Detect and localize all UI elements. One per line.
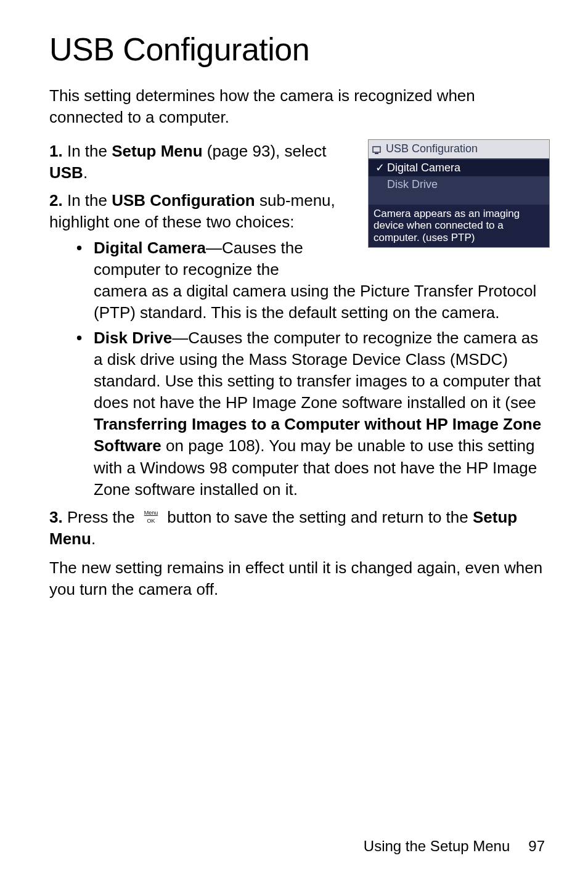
- step-text: Press the: [67, 508, 139, 526]
- choice-name: Digital Camera: [94, 239, 206, 257]
- intro-text: This setting determines how the camera i…: [49, 85, 545, 128]
- step-2: 2. In the USB Configuration sub-menu, hi…: [49, 190, 545, 500]
- choice-digital-camera: Digital Camera—Causes the computer to re…: [49, 237, 545, 324]
- setup-menu-ref: Setup Menu: [112, 142, 202, 160]
- choice-text: camera as a digital camera using the Pic…: [94, 282, 536, 322]
- step-text: In the: [67, 191, 112, 210]
- usb-config-ref: USB Configuration: [112, 191, 255, 210]
- step-1: 1. In the Setup Menu (page 93), select U…: [49, 141, 545, 184]
- choices-list: Digital Camera—Causes the computer to re…: [49, 237, 545, 500]
- step-number: 3.: [49, 508, 63, 526]
- page-title: USB Configuration: [49, 31, 545, 68]
- step-text: (page 93), select: [203, 142, 327, 160]
- choice-disk-drive: Disk Drive—Causes the computer to recogn…: [49, 327, 545, 500]
- step-text: button to save the setting and return to…: [163, 508, 473, 526]
- choice-name: Disk Drive: [94, 329, 172, 347]
- step-3: 3. Press the MenuOK button to save the s…: [49, 507, 545, 550]
- svg-text:OK: OK: [147, 518, 155, 524]
- footer-section: Using the Setup Menu: [364, 838, 510, 855]
- step-text: .: [91, 529, 96, 548]
- step-number: 2.: [49, 191, 63, 210]
- page-number: 97: [528, 838, 545, 855]
- closing-text: The new setting remains in effect until …: [49, 557, 545, 600]
- step-text: In the: [67, 142, 112, 160]
- step-text: .: [83, 163, 88, 182]
- svg-text:Menu: Menu: [144, 510, 158, 516]
- page-footer: Using the Setup Menu 97: [364, 838, 545, 855]
- steps-list: 1. In the Setup Menu (page 93), select U…: [49, 141, 545, 550]
- step-number: 1.: [49, 142, 63, 160]
- menu-ok-button-icon: MenuOK: [139, 508, 163, 526]
- usb-label: USB: [49, 163, 83, 182]
